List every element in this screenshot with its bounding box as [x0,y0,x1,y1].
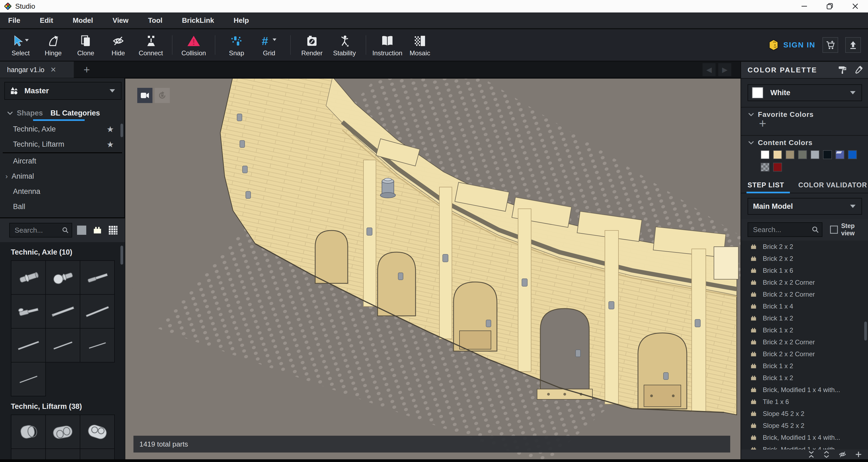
step-row[interactable]: Brick 2 x 2 Corner [741,348,868,360]
view-mode-brick-button[interactable] [91,224,104,236]
clone-tool-button[interactable]: Clone [69,29,102,61]
collision-tool-button[interactable]: Collision [177,29,210,61]
part-thumbnail-liftarm-2[interactable] [46,415,80,449]
step-row[interactable]: Brick 1 x 2 [741,312,868,324]
menu-model[interactable]: Model [63,16,103,25]
snap-tool-button[interactable]: Snap [220,29,253,61]
category-technic-axle[interactable]: Technic, Axle ★ [0,122,125,137]
add-step-icon[interactable] [855,451,862,458]
category-animal[interactable]: › Animal [0,169,125,184]
step-row[interactable]: Brick, Modified 1 x 4 with... [741,443,868,450]
rotation-lock-button[interactable] [155,88,170,103]
color-swatch-gray[interactable] [798,150,807,159]
color-swatch-blue-violet[interactable] [835,150,844,159]
tab-shapes[interactable]: Shapes [17,109,43,118]
stability-tool-button[interactable]: Stability [328,29,361,61]
upload-button[interactable] [845,37,861,53]
tab-hangar-v1[interactable]: hangar v1.io ✕ [0,62,74,78]
menu-bricklink[interactable]: BrickLink [172,16,224,25]
hidden-parts-icon[interactable] [838,450,847,459]
minimize-button[interactable] [792,0,817,12]
star-icon[interactable]: ★ [106,140,114,149]
expand-chevron-icon[interactable]: › [5,172,8,180]
part-thumbnail-thin-axle[interactable] [46,329,80,363]
collapse-chevron-icon[interactable] [7,111,13,115]
camera-view-button[interactable] [137,88,152,103]
part-thumbnail-liftarm-6[interactable] [80,449,115,459]
color-swatch-tan[interactable] [773,150,782,159]
color-swatch-light-gray[interactable] [810,150,819,159]
step-row[interactable]: Brick 1 x 2 [741,324,868,336]
color-swatch-dark-red[interactable] [773,163,782,172]
color-swatch-blue[interactable] [848,150,857,159]
step-list-scrollbar[interactable] [864,322,867,340]
select-tool-button[interactable]: Select [4,29,37,61]
category-scrollbar[interactable] [120,124,123,137]
menu-file[interactable]: File [0,16,30,25]
menu-edit[interactable]: Edit [30,16,63,25]
step-row[interactable]: Brick, Modified 1 x 4 with... [741,384,868,396]
step-row[interactable]: Brick 2 x 2 Corner [741,289,868,300]
part-thumbnail-liftarm-1[interactable] [11,415,46,449]
part-thumbnail-thin-axle[interactable] [11,363,46,396]
tab-scroll-left-button[interactable]: ◀ [703,63,716,76]
color-swatch-dark-tan[interactable] [785,150,795,159]
step-row[interactable]: Brick 1 x 2 [741,372,868,384]
menu-view[interactable]: View [103,16,138,25]
step-row[interactable]: Brick 2 x 2 [741,253,868,265]
content-colors-section[interactable]: Content Colors [741,137,868,148]
step-row[interactable]: Tile 1 x 6 [741,396,868,408]
category-aircraft[interactable]: Aircraft [0,154,125,169]
part-thumbnail-long-axle[interactable] [46,295,80,329]
instruction-tool-button[interactable]: Instruction [371,29,404,61]
new-tab-button[interactable]: + [84,64,90,76]
part-thumbnail-long-axle[interactable] [80,295,115,329]
step-row[interactable]: Brick 1 x 2 [741,360,868,372]
part-thumbnail-liftarm-5[interactable] [46,449,80,459]
hide-tool-button[interactable]: Hide [102,29,134,61]
part-thumbnail-axle-with-stud[interactable] [80,261,115,295]
color-swatch-trans-clear[interactable] [761,163,770,172]
view-mode-flat-button[interactable] [75,224,88,236]
grid-tool-button[interactable]: # Grid [253,29,285,61]
paint-roller-icon[interactable] [838,65,847,74]
restore-button[interactable] [817,0,842,12]
part-thumbnail-thin-axle[interactable] [11,329,46,363]
add-favorite-color-button[interactable]: + [759,116,766,131]
step-search-input[interactable] [748,222,823,237]
part-thumbnail-liftarm-4[interactable] [11,449,46,459]
model-selector-dropdown[interactable]: Main Model [748,198,862,215]
close-button[interactable] [842,0,868,12]
step-row[interactable]: Brick 2 x 2 Corner [741,336,868,348]
color-swatch-black[interactable] [823,150,832,159]
parts-scrollbar[interactable] [120,245,123,265]
step-row[interactable]: Slope 45 2 x 2 [741,420,868,432]
step-view-checkbox[interactable] [830,226,838,234]
expand-all-icon[interactable] [823,451,830,458]
part-thumbnail-liftarm-3[interactable] [80,415,115,449]
step-row[interactable]: Brick 2 x 2 Corner [741,276,868,289]
hinge-tool-button[interactable]: Hinge [37,29,69,61]
menu-tool[interactable]: Tool [138,16,172,25]
step-row[interactable]: Brick 1 x 6 [741,265,868,276]
mosaic-tool-button[interactable]: Mosaic [404,29,436,61]
step-row[interactable]: Slope 45 2 x 2 [741,408,868,420]
part-thumbnail-pin-perpendicular[interactable] [11,295,46,329]
connect-tool-button[interactable]: Connect [134,29,167,61]
view-mode-grid-button[interactable] [107,224,119,236]
current-color-dropdown[interactable]: White [748,84,862,101]
menu-help[interactable]: Help [224,16,258,25]
category-antenna[interactable]: Antenna [0,184,125,199]
tab-color-validator[interactable]: COLOR VALIDATOR [798,181,867,189]
part-thumbnail-thin-axle[interactable] [80,329,115,363]
3d-viewport[interactable]: 1419 total parts [125,78,741,459]
tab-close-icon[interactable]: ✕ [51,66,56,74]
step-row[interactable]: Brick 1 x 4 [741,300,868,312]
step-row[interactable]: Brick, Modified 1 x 4 with... [741,432,868,443]
eyedropper-icon[interactable] [854,65,863,74]
color-swatch-white[interactable] [761,150,770,159]
tab-scroll-right-button[interactable]: ▶ [718,63,731,76]
part-thumbnail-ball-pin[interactable] [46,261,80,295]
master-model-dropdown[interactable]: Master [4,82,122,100]
cart-button[interactable] [823,37,838,53]
